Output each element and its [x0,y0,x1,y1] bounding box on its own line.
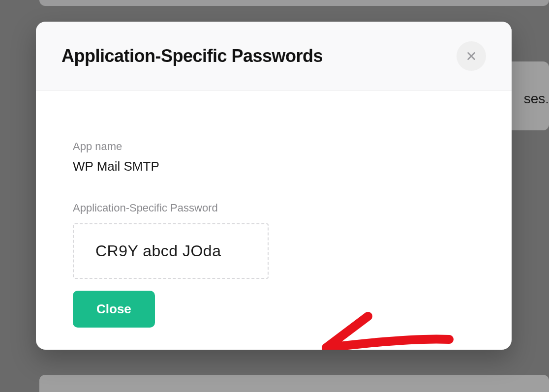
modal-title: Application-Specific Passwords [61,46,323,66]
app-specific-passwords-modal: Application-Specific Passwords App name … [36,22,512,350]
password-value: CR9Y abcd JOda [95,242,221,260]
modal-header: Application-Specific Passwords [36,22,512,91]
modal-body: App name WP Mail SMTP Application-Specif… [36,91,512,350]
close-icon-button[interactable] [457,41,486,71]
app-name-value: WP Mail SMTP [73,159,475,174]
background-text-fragment: ses. [524,91,549,107]
password-display-box[interactable]: CR9Y abcd JOda [73,223,269,279]
close-icon [466,51,477,61]
password-label: Application-Specific Password [73,202,475,214]
close-button[interactable]: Close [73,291,155,328]
app-name-label: App name [73,140,475,153]
